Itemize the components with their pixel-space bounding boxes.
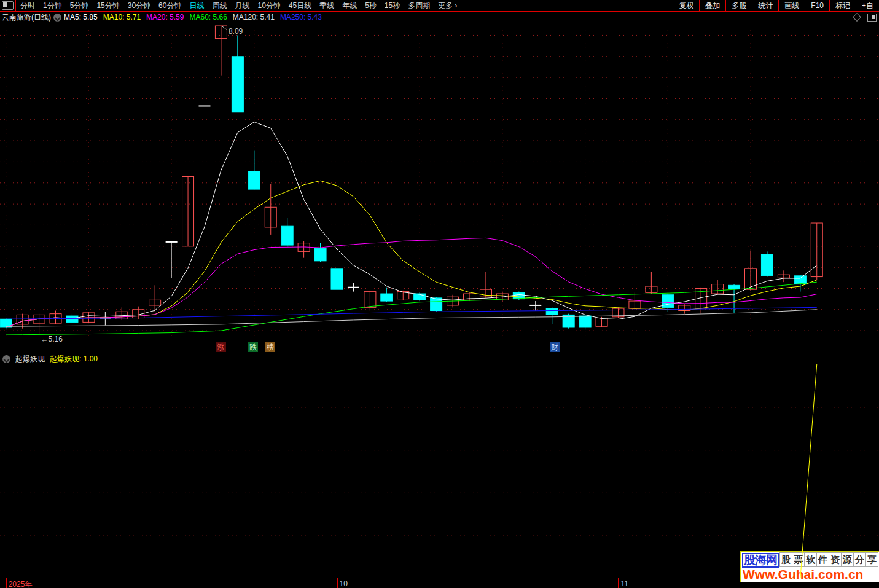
button-多股[interactable]: 多股 [725,0,752,11]
axis-tick [337,578,338,588]
watermark-url: Www.Guhai.com.cn [741,568,879,581]
tab-日线[interactable]: 日线 [189,1,204,11]
collapse-chevron-icon[interactable] [2,355,10,363]
tab-60分钟[interactable]: 60分钟 [158,1,181,11]
watermark-tagline-char: 资 [829,552,842,567]
stock-name: 云南旅游(日线) [2,12,51,23]
candle-48 [794,276,806,284]
tab-分时[interactable]: 分时 [20,1,35,11]
candle-47 [778,275,789,278]
candle-16 [265,207,276,227]
watermark-tagline-char: 源 [841,552,854,567]
tab-10分钟[interactable]: 10分钟 [257,1,280,11]
button-+自[interactable]: +自 [856,0,879,11]
axis-label-11: 11 [620,579,628,588]
candle-45 [745,269,757,289]
button-F10[interactable]: F10 [805,0,829,11]
watermark-tagline-char: 股 [779,552,792,567]
ma-label-MA10: MA10: 5.71 [103,13,141,22]
tab-更多 ›[interactable]: 更多 › [438,1,457,11]
axis-tick [618,578,619,588]
watermark-logo: 股海网 [742,553,779,568]
axis-tick [6,578,7,588]
top-toolbar: 分时1分钟5分钟15分钟30分钟60分钟日线周线月线10分钟45日线季线年线5秒… [0,0,879,12]
candle-19 [314,248,326,261]
button-画线[interactable]: 画线 [778,0,805,11]
split-pane-icon[interactable] [867,14,877,22]
button-复权[interactable]: 复权 [673,0,699,11]
tab-季线[interactable]: 季线 [319,1,334,11]
candle-39 [646,286,657,292]
tab-15分钟[interactable]: 15分钟 [96,1,119,11]
candle-22 [364,292,376,308]
tab-多周期[interactable]: 多周期 [408,1,430,11]
indicator-name[interactable]: 起爆妖现 [15,354,45,364]
candle-29 [480,289,491,297]
button-叠加[interactable]: 叠加 [699,0,725,11]
tab-月线[interactable]: 月线 [235,1,249,11]
tab-年线[interactable]: 年线 [342,1,357,11]
candle-15 [248,171,260,189]
badge-财[interactable]: 财 [550,342,560,352]
ma-label-MA20: MA20: 5.59 [146,13,184,22]
candle-46 [761,255,773,276]
badge-跌[interactable]: 跌 [248,342,258,352]
panel-toggle-icon[interactable] [2,1,14,10]
svg-text:←5.16: ←5.16 [41,335,63,343]
tab-15秒[interactable]: 15秒 [385,1,400,11]
button-统计[interactable]: 统计 [752,0,778,11]
stock-info-bar: 云南旅游(日线) MA5: 5.85MA10: 5.71MA20: 5.59MA… [0,12,879,23]
watermark-tagline-char: 票 [792,552,805,567]
watermark-tagline-char: 件 [816,552,829,567]
axis-label-2025年: 2025年 [9,579,33,588]
axis-label-10: 10 [340,579,348,588]
indicator-value: 起爆妖现: 1.00 [50,354,98,364]
svg-text:8.09: 8.09 [229,27,243,36]
candle-35 [579,316,591,327]
ma-label-MA60: MA60: 5.66 [189,13,227,22]
watermark: 股海网 股票软件资源分享 Www.Guhai.com.cn [740,551,879,582]
candle-4 [66,316,78,322]
candle-36 [596,318,607,327]
candle-23 [381,294,393,301]
watermark-tagline-char: 分 [853,552,866,567]
indicator-header: 起爆妖现 起爆妖现: 1.00 [0,353,879,364]
ma-label-MA5: MA5: 5.85 [64,13,98,22]
chevron-down-icon[interactable] [53,14,61,22]
tab-45日线[interactable]: 45日线 [289,1,311,11]
tab-1分钟[interactable]: 1分钟 [43,1,62,11]
candle-11 [182,176,194,246]
ma-label-MA120: MA120: 5.41 [233,13,275,22]
candle-17 [281,226,293,245]
candle-13 [215,26,227,39]
diamond-icon[interactable] [853,13,861,22]
tab-周线[interactable]: 周线 [212,1,227,11]
candlestick-chart[interactable]: 8.09←5.16 [0,12,879,353]
tab-5分钟[interactable]: 5分钟 [70,1,89,11]
watermark-tagline: 股票软件资源分享 [780,552,878,567]
candle-43 [712,284,724,294]
candle-44 [729,285,740,288]
candle-20 [331,269,343,289]
ma-label-MA250: MA250: 5.43 [280,13,322,22]
badge-榜[interactable]: 榜 [265,342,275,352]
tab-5秒[interactable]: 5秒 [365,1,377,11]
toolbar-right-buttons: 复权叠加多股统计画线F10标记+自 [673,0,879,11]
ma-value-list: MA5: 5.85MA10: 5.71MA20: 5.59MA60: 5.66M… [64,13,322,22]
candle-26 [431,298,442,311]
button-标记[interactable]: 标记 [829,0,856,11]
period-tabs: 分时1分钟5分钟15分钟30分钟60分钟日线周线月线10分钟45日线季线年线5秒… [16,1,458,11]
indicator-chart[interactable] [0,364,879,578]
watermark-tagline-char: 享 [865,552,878,567]
candle-38 [629,301,641,308]
candle-33 [546,308,558,315]
tab-30分钟[interactable]: 30分钟 [128,1,150,11]
candle-9 [149,300,161,305]
badge-涨[interactable]: 涨 [216,342,226,352]
watermark-tagline-char: 软 [804,552,817,567]
candle-14 [232,57,243,112]
